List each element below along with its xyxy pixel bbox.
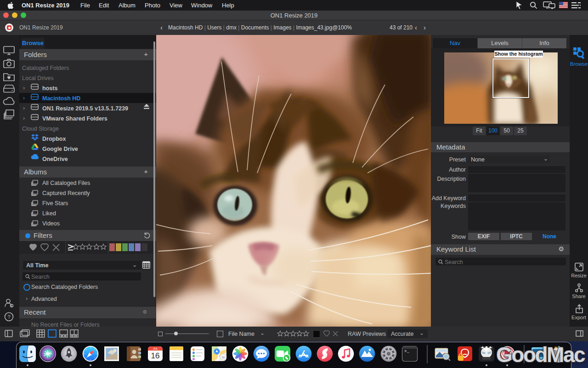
svg-text:3D: 3D xyxy=(221,356,225,359)
svg-text:JUL: JUL xyxy=(153,347,158,350)
svg-text:16: 16 xyxy=(151,351,160,360)
svg-text:?: ? xyxy=(7,314,10,320)
svg-text:>_: >_ xyxy=(404,349,409,354)
